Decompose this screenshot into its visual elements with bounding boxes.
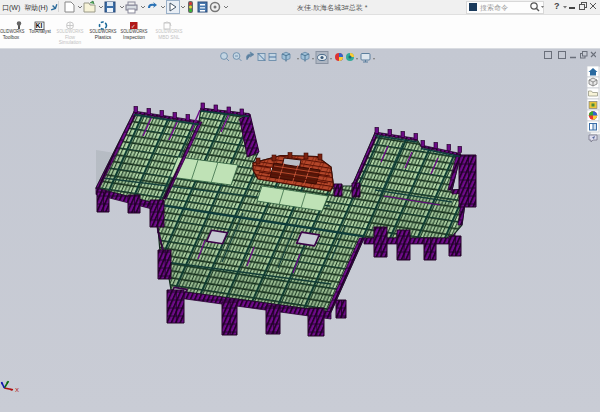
svg-text:X: X: [15, 387, 19, 393]
